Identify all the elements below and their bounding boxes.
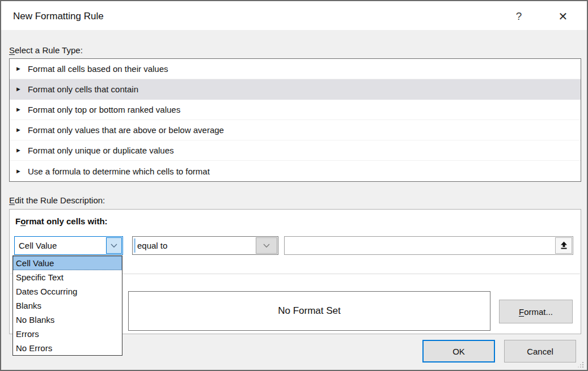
cancel-button-label: Cancel: [527, 347, 553, 356]
close-button[interactable]: ✕: [553, 8, 573, 24]
dropdown-item-specific-text[interactable]: Specific Text: [13, 270, 122, 284]
rule-type-label: Format all cells based on their values: [28, 64, 168, 74]
ok-button-label: OK: [452, 347, 465, 356]
operator-combobox-dropdown-button[interactable]: [256, 237, 277, 254]
chevron-down-icon: [111, 244, 117, 248]
right-pointer-icon: ►: [15, 147, 22, 153]
rule-type-label: Format only unique or duplicate values: [28, 146, 174, 155]
cell-value-combobox-value: Cell Value: [19, 237, 57, 254]
dropdown-item-no-errors[interactable]: No Errors: [13, 341, 122, 355]
format-preview-text: No Format Set: [278, 305, 341, 317]
right-pointer-icon: ►: [15, 86, 22, 92]
ok-button[interactable]: OK: [422, 340, 495, 363]
right-pointer-icon: ►: [15, 168, 22, 174]
dropdown-item-no-blanks[interactable]: No Blanks: [13, 313, 122, 327]
rule-type-label: Use a formula to determine which cells t…: [28, 167, 210, 176]
cell-value-dropdown-list: Cell Value Specific Text Dates Occurring…: [12, 255, 122, 356]
right-pointer-icon: ►: [15, 66, 22, 72]
rule-value-field: [284, 236, 573, 255]
cancel-button[interactable]: Cancel: [504, 340, 576, 363]
close-icon: ✕: [559, 10, 568, 23]
cell-value-combobox[interactable]: Cell Value: [14, 236, 123, 255]
rule-type-item-format-all-cells[interactable]: ► Format all cells based on their values: [10, 59, 581, 79]
format-button-label: Format...: [519, 307, 553, 317]
rule-type-label: Format only top or bottom ranked values: [28, 105, 180, 114]
rule-type-item-above-below-average[interactable]: ► Format only values that are above or b…: [10, 120, 581, 140]
right-pointer-icon: ►: [15, 106, 22, 113]
rule-type-item-format-only-cells-that-contain[interactable]: ► Format only cells that contain: [10, 79, 581, 100]
dropdown-item-errors[interactable]: Errors: [13, 327, 122, 341]
resize-grip[interactable]: [577, 361, 584, 368]
operator-combobox-value: equal to: [137, 237, 167, 254]
rule-type-item-use-formula[interactable]: ► Use a formula to determine which cells…: [10, 161, 581, 181]
format-preview-box: No Format Set: [128, 291, 490, 331]
dialog-title: New Formatting Rule: [13, 11, 104, 22]
format-button[interactable]: Format...: [499, 300, 573, 323]
select-rule-type-label: Select a Rule Type:: [9, 45, 83, 55]
help-icon: ?: [516, 10, 522, 23]
dropdown-item-blanks[interactable]: Blanks: [13, 298, 122, 313]
dropdown-item-dates-occurring[interactable]: Dates Occurring: [13, 284, 122, 298]
rule-type-item-unique-duplicate[interactable]: ► Format only unique or duplicate values: [10, 140, 581, 161]
rule-type-item-top-bottom-ranked[interactable]: ► Format only top or bottom ranked value…: [10, 100, 581, 120]
chevron-down-icon: [263, 244, 270, 248]
collapse-dialog-icon: [560, 241, 568, 250]
right-pointer-icon: ►: [15, 127, 22, 133]
operator-combobox[interactable]: equal to: [132, 236, 278, 255]
format-only-cells-with-label: Format only cells with:: [15, 216, 108, 226]
edit-rule-description-label: Edit the Rule Description:: [9, 195, 105, 205]
cell-value-combobox-dropdown-button[interactable]: [106, 237, 122, 254]
help-button[interactable]: ?: [509, 8, 528, 24]
text-caret: [134, 238, 136, 253]
rule-type-listbox: ► Format all cells based on their values…: [9, 58, 581, 182]
dropdown-item-cell-value[interactable]: Cell Value: [13, 256, 122, 270]
rule-type-label: Format only values that are above or bel…: [28, 125, 224, 135]
titlebar[interactable]: New Formatting Rule ? ✕: [1, 1, 587, 30]
rule-value-input[interactable]: [285, 237, 552, 254]
new-formatting-rule-dialog: New Formatting Rule ? ✕ Select a Rule Ty…: [0, 0, 588, 371]
collapse-dialog-button[interactable]: [555, 237, 572, 254]
rule-type-label: Format only cells that contain: [28, 84, 138, 94]
